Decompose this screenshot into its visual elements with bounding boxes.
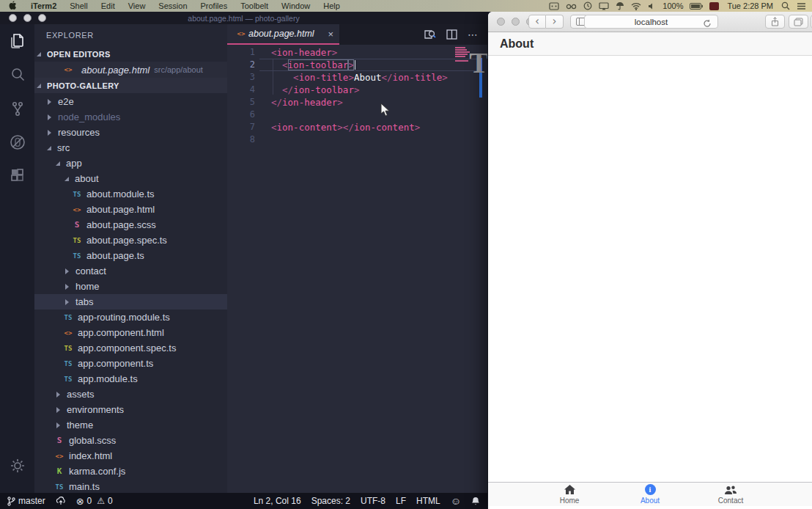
menu-clock[interactable]: Tue 2:28 PM <box>726 1 775 10</box>
eol-setting[interactable]: LF <box>391 496 411 506</box>
code-line-5[interactable]: 5</ion-header> <box>227 96 487 109</box>
code-line-3[interactable]: 3 <ion-title>About</ion-title> <box>227 71 487 84</box>
cursor-position[interactable]: Ln 2, Col 16 <box>248 496 306 506</box>
tree-item-app[interactable]: app <box>34 155 227 171</box>
explorer-icon[interactable] <box>0 24 34 58</box>
menu-item-session[interactable]: Session <box>152 1 193 10</box>
menu-item-profiles[interactable]: Profiles <box>194 1 235 10</box>
code-line-6[interactable]: 6 <box>227 109 487 121</box>
tab-close-icon[interactable]: × <box>328 29 333 40</box>
open-editor-item[interactable]: <> about.page.html src/app/about <box>34 62 227 78</box>
capture-icon[interactable] <box>549 2 559 10</box>
settings-gear-icon[interactable] <box>0 449 34 483</box>
tree-item-label: contact <box>75 266 106 277</box>
extensions-icon[interactable] <box>0 159 34 193</box>
ion-tab-about[interactable]: iAbout <box>610 483 690 506</box>
input-source-icon[interactable] <box>709 2 719 10</box>
code-editor[interactable]: 1<ion-header>2 <ion-toolbar>3 <ion-title… <box>227 45 487 493</box>
tree-item-app-component-spec-ts[interactable]: TSapp.component.spec.ts <box>34 340 227 356</box>
tree-item-environments[interactable]: environments <box>34 402 227 417</box>
tree-item-about[interactable]: about <box>34 171 227 186</box>
minimize-window-button[interactable] <box>512 18 520 26</box>
tree-item-tabs[interactable]: tabs <box>34 294 227 310</box>
tree-item-index-html[interactable]: <>index.html <box>34 448 227 464</box>
clock-icon[interactable] <box>583 1 592 10</box>
tree-item-resources[interactable]: resources <box>34 125 227 140</box>
tree-item-global-scss[interactable]: Sglobal.scss <box>34 433 227 448</box>
tab-overview-button[interactable] <box>789 15 808 29</box>
tree-item-app-component-html[interactable]: <>app.component.html <box>34 325 227 340</box>
feedback-smiley-icon[interactable]: ☺ <box>446 495 466 507</box>
tree-item-e2e[interactable]: e2e <box>34 94 227 109</box>
tab-about-page-html[interactable]: <> about.page.html × <box>227 24 339 45</box>
errors-indicator[interactable]: ⊗ 0 <box>71 493 97 509</box>
airplay-icon[interactable] <box>599 2 609 10</box>
notifications-bell-icon[interactable] <box>466 497 487 506</box>
close-window-button[interactable] <box>9 14 17 22</box>
code-line-8[interactable]: 8 <box>227 133 487 146</box>
tree-item-home[interactable]: home <box>34 279 227 294</box>
tree-item-src[interactable]: src <box>34 140 227 155</box>
tree-item-about-page-spec-ts[interactable]: TSabout.page.spec.ts <box>34 232 227 248</box>
menu-item-shell[interactable]: Shell <box>63 1 94 10</box>
close-window-button[interactable] <box>497 18 505 26</box>
tree-item-about-page-scss[interactable]: Sabout.page.scss <box>34 217 227 232</box>
share-button[interactable] <box>765 15 785 29</box>
open-editors-header[interactable]: OPEN EDITORS <box>34 46 227 62</box>
tree-item-karma-conf-js[interactable]: Kkarma.conf.js <box>34 464 227 479</box>
address-bar[interactable]: localhost <box>584 15 718 29</box>
tree-item-app-routing-module-ts[interactable]: TSapp-routing.module.ts <box>34 310 227 325</box>
project-header[interactable]: PHOTO-GALLERY <box>34 78 227 93</box>
menu-item-edit[interactable]: Edit <box>95 1 122 10</box>
tree-item-theme[interactable]: theme <box>34 417 227 433</box>
tree-item-main-ts[interactable]: TSmain.ts <box>34 479 227 493</box>
apple-menu-icon[interactable] <box>9 1 17 12</box>
language-mode[interactable]: HTML <box>411 496 446 506</box>
tree-item-about-module-ts[interactable]: TSabout.module.ts <box>34 186 227 202</box>
umbrella-icon[interactable] <box>616 1 624 10</box>
menu-item-help[interactable]: Help <box>317 1 347 10</box>
debug-icon[interactable] <box>0 125 34 159</box>
vscode-title-bar[interactable]: about.page.html — photo-gallery <box>0 12 487 24</box>
tree-item-about-page-ts[interactable]: TSabout.page.ts <box>34 248 227 263</box>
volume-icon[interactable] <box>648 2 656 10</box>
split-editor-icon[interactable] <box>446 29 457 40</box>
menu-item-view[interactable]: View <box>122 1 152 10</box>
code-line-2[interactable]: 2 <ion-toolbar> <box>227 59 487 71</box>
notification-center-icon[interactable] <box>797 2 806 10</box>
source-control-icon[interactable] <box>0 92 34 125</box>
code-line-4[interactable]: 4 </ion-toolbar> <box>227 84 487 96</box>
sync-indicator[interactable] <box>51 493 71 509</box>
menu-app-name[interactable]: iTerm2 <box>24 1 63 10</box>
reload-icon[interactable] <box>703 18 712 31</box>
tree-item-app-component-ts[interactable]: TSapp.component.ts <box>34 356 227 371</box>
menu-item-window[interactable]: Window <box>275 1 317 10</box>
search-icon[interactable] <box>0 58 34 92</box>
forward-button[interactable]: › <box>546 15 564 29</box>
git-branch-indicator[interactable]: master <box>0 493 51 509</box>
tree-item-app-module-ts[interactable]: TSapp.module.ts <box>34 371 227 387</box>
tree-item-about-page-html[interactable]: <>about.page.html <box>34 202 227 217</box>
zoom-window-button[interactable] <box>38 14 46 22</box>
ion-tab-contact[interactable]: Contact <box>690 483 771 506</box>
more-actions-icon[interactable]: ⋯ <box>468 29 479 40</box>
menu-item-toolbelt[interactable]: Toolbelt <box>234 1 275 10</box>
tree-item-contact[interactable]: contact <box>34 263 227 279</box>
code-line-7[interactable]: 7<ion-content></ion-content> <box>227 121 487 133</box>
warnings-indicator[interactable]: ⚠ 0 <box>97 493 117 509</box>
open-preview-icon[interactable] <box>424 29 436 40</box>
spotlight-icon[interactable] <box>781 1 790 10</box>
ion-tab-bar: HomeiAboutContact <box>488 482 812 506</box>
encoding-setting[interactable]: UTF-8 <box>355 496 391 506</box>
code-line-1[interactable]: 1<ion-header> <box>227 46 487 59</box>
tree-item-assets[interactable]: assets <box>34 387 227 402</box>
glasses-icon[interactable] <box>566 2 577 10</box>
tree-item-node-modules[interactable]: node_modules <box>34 109 227 125</box>
indentation-setting[interactable]: Spaces: 2 <box>306 496 355 506</box>
minimize-window-button[interactable] <box>23 14 32 22</box>
battery-icon[interactable] <box>690 3 703 10</box>
back-button[interactable]: ‹ <box>528 15 546 29</box>
ion-tab-home[interactable]: Home <box>529 483 610 506</box>
wifi-icon[interactable] <box>631 2 641 10</box>
contacts-icon <box>723 485 738 495</box>
